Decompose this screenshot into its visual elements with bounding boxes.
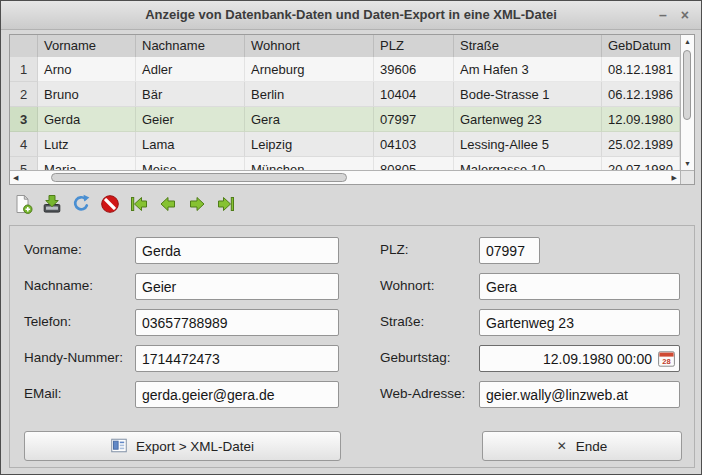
row-number: 4 <box>10 132 38 157</box>
cell-gebdatum: 25.02.1989 <box>602 132 680 157</box>
next-record-icon <box>187 194 207 214</box>
webadresse-input[interactable] <box>479 381 680 408</box>
handy-label: Handy-Nummer: <box>24 345 123 371</box>
last-record-button[interactable] <box>216 192 236 216</box>
plz-input[interactable] <box>479 237 540 264</box>
table-row-selected[interactable]: 3 Gerda Geier Gera 07997 Gartenweg 23 12… <box>10 107 680 132</box>
cell-gebdatum: 08.12.1981 <box>602 57 680 82</box>
cell-vorname: Arno <box>38 57 136 82</box>
horizontal-scrollbar-thumb[interactable] <box>51 173 347 182</box>
app-window: Anzeige von Datenbank-Daten und Daten-Ex… <box>0 0 702 475</box>
wohnort-label: Wohnort: <box>380 273 435 299</box>
save-record-button[interactable] <box>42 192 62 216</box>
column-header-plz[interactable]: PLZ <box>374 35 454 57</box>
ende-button[interactable]: ✕ Ende <box>482 431 682 461</box>
cell-plz: 04103 <box>374 132 454 157</box>
cell-nachname: Adler <box>136 57 245 82</box>
calendar-icon[interactable]: 28 <box>658 351 675 367</box>
scroll-up-icon[interactable]: ▲ <box>681 35 694 48</box>
table-body: 1 Arno Adler Arneburg 39606 Am Hafen 3 0… <box>10 57 680 184</box>
close-x-icon: ✕ <box>557 439 567 453</box>
nachname-input[interactable] <box>135 273 339 300</box>
vertical-scrollbar-thumb[interactable] <box>683 50 691 120</box>
scroll-right-icon[interactable]: ▶ <box>672 171 677 184</box>
export-button-label: Export > XML-Datei <box>136 439 254 454</box>
cell-nachname: Bär <box>136 82 245 107</box>
vorname-input[interactable] <box>135 237 339 264</box>
vertical-scrollbar[interactable]: ▲ ▼ <box>680 35 694 170</box>
cell-plz: 10404 <box>374 82 454 107</box>
strasse-label: Straße: <box>380 309 424 335</box>
cell-nachname: Geier <box>136 107 245 132</box>
save-icon <box>42 194 62 214</box>
cell-vorname: Gerda <box>38 107 136 132</box>
row-number: 2 <box>10 82 38 107</box>
calendar-day-number: 28 <box>662 356 670 365</box>
cancel-button[interactable] <box>100 192 120 216</box>
column-header-vorname[interactable]: Vorname <box>38 35 136 57</box>
strasse-input[interactable] <box>479 309 680 336</box>
cell-wohnort: Leipzig <box>245 132 374 157</box>
table-row[interactable]: 1 Arno Adler Arneburg 39606 Am Hafen 3 0… <box>10 57 680 82</box>
cell-vorname: Lutz <box>38 132 136 157</box>
table-row[interactable]: 4 Lutz Lama Leipzig 04103 Lessing-Allee … <box>10 132 680 157</box>
cell-strasse: Bode-Strasse 1 <box>454 82 602 107</box>
refresh-button[interactable] <box>71 192 91 216</box>
cell-gebdatum: 12.09.1980 <box>602 107 680 132</box>
column-header-rownum[interactable] <box>10 35 38 57</box>
previous-record-icon <box>158 194 178 214</box>
geburtstag-value: 12.09.1980 00:00 <box>543 351 652 367</box>
form-panel: Vorname: Nachname: Telefon: Handy-Nummer… <box>9 225 695 468</box>
telefon-input[interactable] <box>135 309 339 336</box>
export-xml-button[interactable]: Export > XML-Datei <box>24 431 341 461</box>
email-label: EMail: <box>24 381 62 407</box>
scroll-down-icon[interactable]: ▼ <box>681 157 694 170</box>
row-number: 1 <box>10 57 38 82</box>
export-icon <box>111 438 127 454</box>
cell-vorname: Bruno <box>38 82 136 107</box>
cell-wohnort: Gera <box>245 107 374 132</box>
telefon-label: Telefon: <box>24 309 71 335</box>
cell-plz: 07997 <box>374 107 454 132</box>
plz-label: PLZ: <box>380 237 409 263</box>
webadresse-label: Web-Adresse: <box>380 381 465 407</box>
column-header-gebdatum[interactable]: GebDatum <box>602 35 680 57</box>
data-table: Vorname Nachname Wohnort PLZ Straße GebD… <box>9 34 695 185</box>
table-header: Vorname Nachname Wohnort PLZ Straße GebD… <box>10 35 680 58</box>
last-record-icon <box>216 194 236 214</box>
geburtstag-label: Geburtstag: <box>380 345 451 371</box>
cell-gebdatum: 06.12.1986 <box>602 82 680 107</box>
column-header-strasse[interactable]: Straße <box>454 35 602 57</box>
titlebar[interactable]: Anzeige von Datenbank-Daten und Daten-Ex… <box>1 1 701 30</box>
wohnort-input[interactable] <box>479 273 680 300</box>
vorname-label: Vorname: <box>24 237 82 263</box>
close-button[interactable]: × <box>681 1 689 29</box>
cancel-icon <box>100 194 120 214</box>
cell-strasse: Gartenweg 23 <box>454 107 602 132</box>
cell-wohnort: Berlin <box>245 82 374 107</box>
previous-record-button[interactable] <box>158 192 178 216</box>
row-number: 3 <box>10 107 38 132</box>
scroll-left-icon[interactable]: ◀ <box>13 171 18 184</box>
email-input[interactable] <box>135 381 339 408</box>
geburtstag-input[interactable]: 12.09.1980 00:00 28 <box>479 345 680 372</box>
cell-nachname: Lama <box>136 132 245 157</box>
window-title: Anzeige von Datenbank-Daten und Daten-Ex… <box>1 1 701 29</box>
horizontal-scrollbar[interactable]: ◀ ▶ <box>10 170 680 184</box>
column-header-nachname[interactable]: Nachname <box>136 35 245 57</box>
toolbar <box>9 189 236 219</box>
table-row[interactable]: 2 Bruno Bär Berlin 10404 Bode-Strasse 1 … <box>10 82 680 107</box>
cell-plz: 39606 <box>374 57 454 82</box>
handy-input[interactable] <box>135 345 339 372</box>
new-record-button[interactable] <box>13 192 33 216</box>
next-record-button[interactable] <box>187 192 207 216</box>
nachname-label: Nachname: <box>24 273 93 299</box>
cell-wohnort: Arneburg <box>245 57 374 82</box>
minimize-button[interactable]: – <box>659 1 667 29</box>
window-controls: – × <box>659 1 689 29</box>
ende-button-label: Ende <box>576 439 608 454</box>
first-record-icon <box>129 194 149 214</box>
column-header-wohnort[interactable]: Wohnort <box>245 35 374 57</box>
first-record-button[interactable] <box>129 192 149 216</box>
cell-strasse: Am Hafen 3 <box>454 57 602 82</box>
